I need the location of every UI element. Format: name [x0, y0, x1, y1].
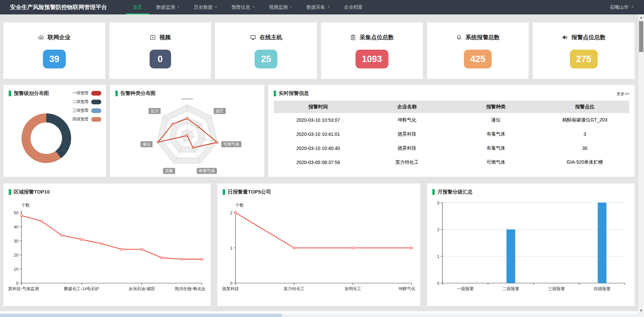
- legend-label: 四级预警: [72, 116, 89, 122]
- radar-axis-label-text: 液位: [142, 142, 151, 147]
- panel-title-text: 日报警量TOP5公司: [228, 189, 271, 195]
- scroll-up-icon[interactable]: ▲: [638, 16, 644, 19]
- vertical-scrollbar-thumb[interactable]: [639, 21, 643, 52]
- legend-label: 二级预警: [72, 99, 89, 105]
- x-tick-label: 二级预警: [502, 286, 520, 291]
- legend-label: 一级预警: [72, 90, 89, 96]
- alarm-table-header: 报警时间企业名称报警种类报警点位: [274, 101, 629, 113]
- panel-realtime-alarms: 实时报警信息 更多>> 报警时间企业名称报警种类报警点位 2020-03-10 …: [268, 85, 635, 177]
- radar-axis-label: 有毒气体: [197, 168, 217, 174]
- stat-card-header: 报警点位总数: [562, 34, 606, 41]
- radar-axis-label: 流量: [163, 168, 175, 174]
- region-label: 石嘴山市: [610, 4, 629, 10]
- pie-legend: 一级预警二级预警三级预警四级预警: [72, 90, 101, 122]
- stat-value-badge: 1093: [356, 50, 388, 68]
- horizontal-scrollbar[interactable]: [0, 314, 638, 317]
- x-tick-label: 坤辉气化: [398, 286, 416, 291]
- alarm-cell: 坤辉气化: [363, 113, 451, 127]
- stat-card-header: 联网企业: [38, 34, 70, 41]
- radar-axis-label: 液位: [141, 141, 153, 147]
- nav-item-label: 视频监测: [269, 4, 288, 10]
- bell-icon: [456, 34, 462, 41]
- x-tick-label: 荆洪生物-氧化反: [175, 286, 206, 291]
- y-tick-label: 10: [14, 267, 18, 272]
- nav-item-label: 首页: [133, 4, 142, 10]
- radar-axis-label-text: 其它: [216, 109, 224, 113]
- alarm-cell: 35: [540, 141, 629, 155]
- y-tick-label: 3: [437, 201, 439, 205]
- stat-value-badge: 425: [464, 50, 492, 68]
- panel-title-text: 告警种类分布图: [120, 90, 156, 97]
- middle-row: 预警级别分布图 一级预警二级预警三级预警四级预警 告警种类分布图 温度其它可燃气…: [3, 85, 635, 177]
- legend-chip: [91, 117, 101, 122]
- nav-item-home[interactable]: 首页: [126, 0, 149, 14]
- stat-label: 采集点位总数: [360, 34, 394, 41]
- x-tick-label: 昊科技-气体监测: [8, 286, 39, 291]
- y-tick-label: 1: [437, 254, 439, 259]
- legend-item[interactable]: 一级预警: [72, 90, 101, 96]
- panel-daily-top5: 日报警量TOP5公司 个数012德昊科技英力特化工东明化工坤辉气化: [217, 183, 420, 306]
- radar-axis-label-text: 有毒气体: [199, 168, 215, 173]
- radar-axis-label-text: 流量: [165, 168, 173, 173]
- stat-card-online-hosts: 在线主机25: [215, 22, 317, 79]
- panel-title-text: 预警级别分布图: [14, 90, 49, 97]
- nav-item-label: 预警信息: [231, 4, 250, 10]
- y-tick-label: 20: [14, 253, 18, 258]
- stat-card-collection-points-total: 采集点位总数1093: [321, 22, 423, 79]
- dashboard-content: 联网企业39视频0在线主机25采集点位总数1093系统报警总数425报警点位总数…: [0, 14, 638, 311]
- panel-title: 区域报警TOP10: [3, 183, 211, 195]
- horizontal-scrollbar-thumb[interactable]: [0, 314, 282, 317]
- alarm-cell: 德昊科技: [363, 141, 451, 155]
- chevron-down-icon: ▼: [327, 6, 330, 8]
- y-axis-name: 个数: [21, 203, 30, 208]
- nav-item-history-data[interactable]: 历史数据▼: [187, 0, 224, 14]
- nav-item-data-monitoring[interactable]: 数据监测▼: [149, 0, 187, 14]
- radar-axis-label-text: 压力: [151, 109, 159, 113]
- legend-chip: [91, 91, 101, 96]
- panel-title: 实时报警信息: [268, 85, 635, 97]
- y-tick-label: 50: [14, 211, 18, 215]
- panel-title-text: 区域报警TOP10: [14, 189, 50, 195]
- y-tick-label: 2: [230, 211, 232, 215]
- stat-label: 报警点位总数: [572, 34, 606, 41]
- alarm-cell: 2020-03-10 10:40:40: [274, 141, 363, 155]
- legend-item[interactable]: 四级预警: [72, 116, 101, 122]
- legend-item[interactable]: 三级预警: [72, 108, 101, 113]
- radar-axis-label-text: 可燃气体: [223, 142, 239, 147]
- chevron-down-icon: ▼: [215, 6, 217, 8]
- nav-item-warning-info[interactable]: 预警信息▼: [224, 0, 262, 14]
- legend-label: 三级预警: [72, 108, 89, 113]
- x-tick-label: 英力特化工: [284, 286, 305, 291]
- alarm-table-row: 2020-03-10 10:41:01德昊科技有毒气体3: [274, 127, 629, 141]
- region-selector[interactable]: 石嘴山市 ▼: [610, 4, 634, 10]
- alarm-cell: 液位: [451, 113, 540, 127]
- alarm-cell: 2020-03-10 10:41:01: [274, 127, 363, 141]
- panel-title-text: 实时报警信息: [279, 90, 309, 97]
- stat-card-alarm-points-total: 报警点位总数275: [533, 22, 635, 79]
- video-icon: [150, 34, 156, 41]
- scroll-down-icon[interactable]: ▼: [638, 309, 644, 312]
- y-tick-label: 0: [16, 281, 18, 286]
- alarm-cell: 2020-03-10 10:53:07: [274, 113, 363, 127]
- alarm-table: 报警时间企业名称报警种类报警点位 2020-03-10 10:53:07坤辉气化…: [274, 101, 629, 169]
- vertical-scrollbar[interactable]: ▲ ▼: [638, 14, 644, 314]
- cloud-upload-icon: [38, 34, 44, 41]
- nav-item-video-monitoring[interactable]: 视频监测▼: [262, 0, 300, 14]
- alarm-cell: GIA-520单体贮槽: [540, 155, 629, 169]
- legend-item[interactable]: 二级预警: [72, 99, 101, 105]
- alarm-col-header: 企业名称: [363, 101, 451, 113]
- scrollbar-corner: [638, 314, 644, 317]
- app-title: 安全生产风险预警防控物联网管理平台: [10, 3, 107, 11]
- alarm-col-header: 报警时间: [274, 101, 363, 113]
- stat-card-videos: 视频0: [109, 22, 211, 79]
- more-link[interactable]: 更多>>: [616, 91, 629, 97]
- nav-item-data-collection[interactable]: 数据采集▼: [300, 0, 337, 14]
- stat-card-online-enterprises: 联网企业39: [3, 22, 105, 79]
- alarm-cell: 3: [540, 127, 629, 141]
- radar-axis-label: 压力: [149, 108, 161, 114]
- clipboard-icon: [350, 34, 356, 41]
- y-tick-label: 1: [230, 246, 232, 251]
- nav-item-label: 历史数据: [194, 4, 213, 10]
- alarm-cell: 2020-03-05 08:37:59: [274, 155, 363, 169]
- nav-item-enterprise-archives[interactable]: 企业档案: [337, 0, 370, 14]
